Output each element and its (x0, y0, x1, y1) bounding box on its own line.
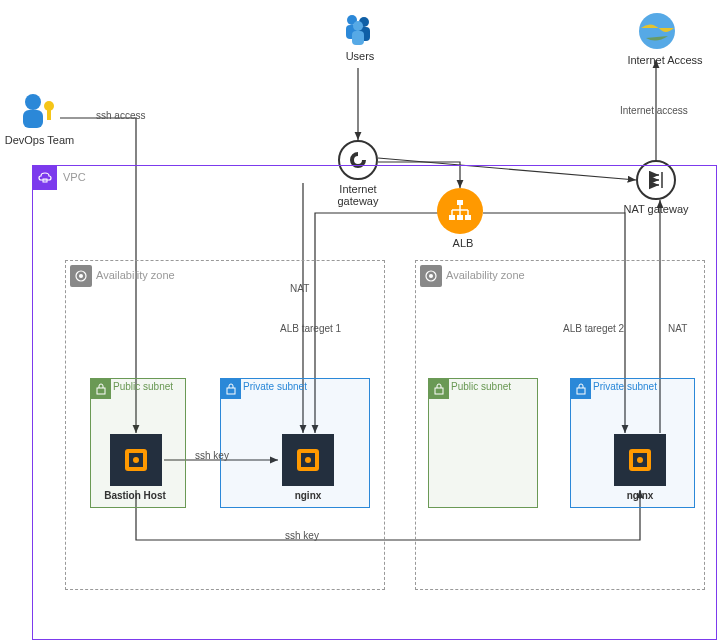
svg-point-42 (305, 457, 311, 463)
users-label: Users (340, 50, 380, 62)
public-subnet-right: Public subnet (428, 378, 538, 508)
az-left-icon (70, 265, 92, 287)
devops-label: DevOps Team (2, 134, 77, 146)
ssh-key-1-label: ssh key (195, 450, 229, 461)
svg-rect-11 (23, 110, 43, 128)
devops-icon (15, 90, 59, 138)
nginx-right-node (614, 434, 666, 486)
internet-access-label: Internet Access (620, 54, 710, 66)
az-left-label: Availability zone (96, 269, 175, 281)
nat-right-label: NAT (668, 323, 687, 334)
svg-rect-9 (352, 31, 364, 45)
lock-icon (429, 379, 449, 399)
nginx-right-label: nginx (600, 490, 680, 501)
svg-rect-36 (577, 388, 585, 394)
svg-rect-34 (227, 388, 235, 394)
nginx-left-label: nginx (268, 490, 348, 501)
svg-rect-35 (435, 388, 443, 394)
nat-left-label: NAT (290, 283, 309, 294)
vpc-label: VPC (63, 171, 86, 183)
svg-point-32 (429, 274, 433, 278)
bastion-host-node (110, 434, 162, 486)
alb-target-1-label: ALB tareget 1 (280, 323, 341, 334)
public-subnet-right-label: Public subnet (451, 381, 511, 392)
svg-point-10 (25, 94, 41, 110)
private-subnet-left-label: Private subnet (243, 381, 307, 392)
svg-rect-13 (47, 110, 51, 120)
svg-point-45 (637, 457, 643, 463)
nginx-left-node (282, 434, 334, 486)
lock-icon (221, 379, 241, 399)
ssh-access-label: ssh access (96, 110, 145, 121)
alb-target-2-label: ALB tareget 2 (563, 323, 624, 334)
vpc-icon (33, 166, 57, 190)
svg-point-30 (79, 274, 83, 278)
users-icon (338, 8, 378, 52)
public-subnet-left-label: Public subnet (113, 381, 173, 392)
svg-rect-33 (97, 388, 105, 394)
svg-point-12 (44, 101, 54, 111)
internet-access-edge-label: Internet access (620, 105, 688, 116)
lock-icon (571, 379, 591, 399)
bastion-host-label: Bastion Host (95, 490, 175, 501)
globe-icon (636, 10, 678, 56)
svg-point-8 (353, 21, 363, 31)
lock-icon (91, 379, 111, 399)
ssh-key-2-label: ssh key (285, 530, 319, 541)
svg-point-39 (133, 457, 139, 463)
private-subnet-right-label: Private subnet (593, 381, 657, 392)
az-right-icon (420, 265, 442, 287)
az-right-label: Availability zone (446, 269, 525, 281)
